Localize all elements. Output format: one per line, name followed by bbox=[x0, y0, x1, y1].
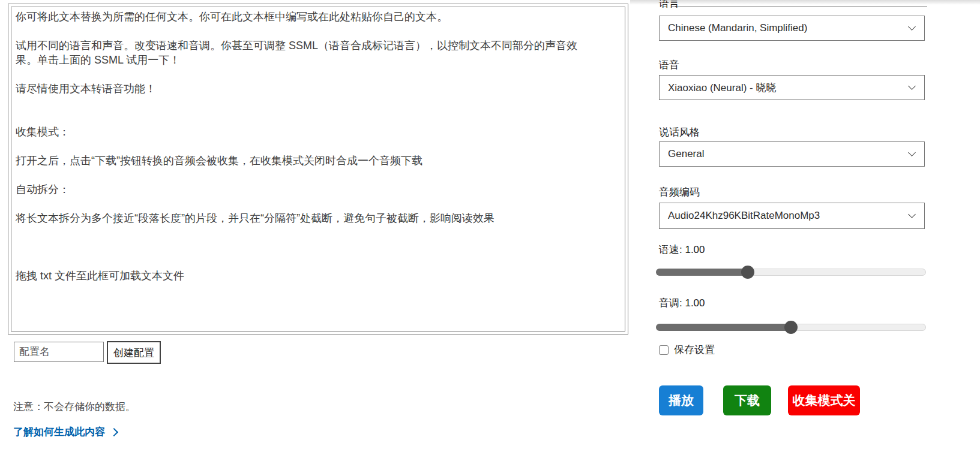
collect-mode-button[interactable]: 收集模式关 bbox=[788, 385, 860, 415]
top-shade bbox=[630, 0, 980, 5]
speaking-style-label: 说话风格 bbox=[659, 126, 700, 138]
learn-more-link[interactable]: 了解如何生成此内容 bbox=[13, 425, 117, 439]
create-config-button[interactable]: 创建配置 bbox=[107, 341, 161, 364]
chevron-down-icon bbox=[908, 23, 916, 31]
pitch-label: 音调: 1.00 bbox=[659, 297, 705, 309]
save-settings-label: 保存设置 bbox=[674, 343, 715, 357]
audio-encoding-label: 音频编码 bbox=[659, 186, 700, 198]
audio-encoding-select[interactable]: Audio24Khz96KBitRateMonoMp3 bbox=[659, 203, 925, 229]
play-button[interactable]: 播放 bbox=[659, 385, 703, 415]
download-button[interactable]: 下载 bbox=[723, 385, 771, 415]
tts-page: 你可将此文本替换为所需的任何文本。你可在此文本框中编写或在此处粘贴你自己的文本。… bbox=[0, 0, 980, 449]
save-settings-checkbox[interactable] bbox=[659, 345, 669, 355]
rate-slider bbox=[656, 266, 926, 279]
speaking-style-select-value: General bbox=[668, 148, 704, 160]
chevron-down-icon bbox=[908, 149, 916, 156]
voice-label: 语音 bbox=[659, 59, 679, 71]
chevron-right-icon bbox=[110, 428, 118, 436]
learn-more-label: 了解如何生成此内容 bbox=[13, 425, 105, 439]
audio-encoding-select-value: Audio24Khz96KBitRateMonoMp3 bbox=[668, 210, 820, 222]
language-select[interactable]: Chinese (Mandarin, Simplified) bbox=[659, 16, 925, 41]
tts-text-input[interactable]: 你可将此文本替换为所需的任何文本。你可在此文本框中编写或在此处粘贴你自己的文本。… bbox=[11, 7, 625, 332]
save-settings-row: 保存设置 bbox=[659, 343, 715, 357]
text-area-frame: 你可将此文本替换为所需的任何文本。你可在此文本框中编写或在此处粘贴你自己的文本。… bbox=[8, 4, 628, 335]
config-name-input[interactable] bbox=[14, 342, 104, 362]
language-select-value: Chinese (Mandarin, Simplified) bbox=[668, 22, 807, 34]
pitch-slider-fill bbox=[656, 324, 791, 331]
chevron-down-icon bbox=[908, 210, 916, 218]
top-divider bbox=[675, 6, 927, 7]
rate-label: 语速: 1.00 bbox=[659, 244, 705, 256]
voice-select-value: Xiaoxiao (Neural) - 晓晓 bbox=[668, 81, 776, 95]
pitch-slider-thumb[interactable] bbox=[784, 321, 798, 334]
speaking-style-select[interactable]: General bbox=[659, 141, 925, 167]
chevron-down-icon bbox=[908, 82, 916, 90]
rate-slider-fill bbox=[656, 269, 748, 276]
rate-slider-thumb[interactable] bbox=[741, 266, 754, 279]
language-label: 语言 bbox=[659, 0, 679, 10]
voice-select[interactable]: Xiaoxiao (Neural) - 晓晓 bbox=[659, 75, 925, 100]
data-storage-note: 注意：不会存储你的数据。 bbox=[13, 400, 136, 414]
pitch-slider bbox=[656, 321, 926, 334]
